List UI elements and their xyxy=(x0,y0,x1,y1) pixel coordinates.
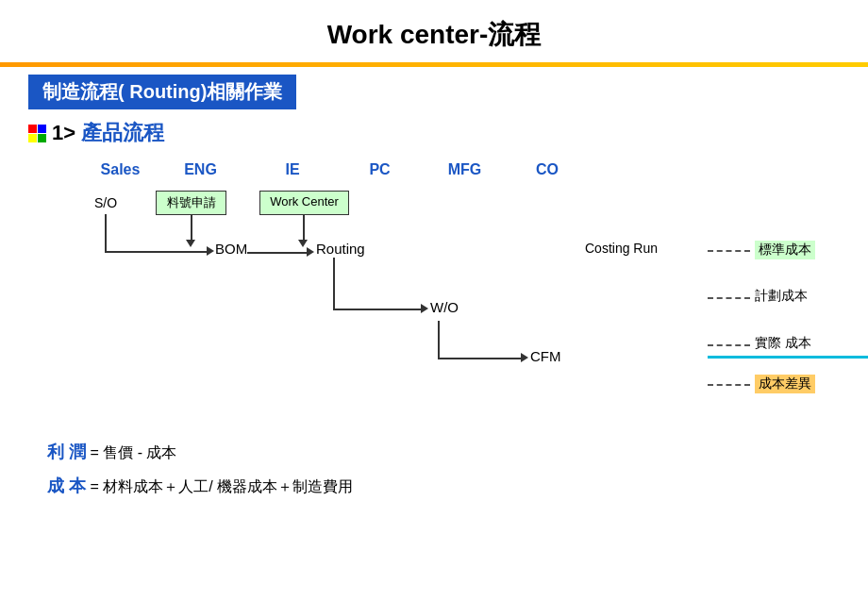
wo-to-cfm xyxy=(438,358,523,359)
sub-title-number: 1> xyxy=(52,121,75,145)
bom-to-routing-h xyxy=(247,252,309,254)
dash-standard xyxy=(708,250,750,252)
mat-down xyxy=(191,215,192,242)
formula1: 利 潤 = 售價 - 成本 xyxy=(47,441,868,463)
cost-planned-box: 計劃成本 xyxy=(755,288,808,305)
formula2-highlight: 成 本 xyxy=(47,476,86,495)
column-headers: Sales ENG IE PC MFG CO xyxy=(85,161,868,178)
routing-label: Routing xyxy=(316,241,365,257)
sub-title-text: 產品流程 xyxy=(81,119,164,147)
routing-to-wo xyxy=(333,309,423,310)
cfm-label: CFM xyxy=(530,348,561,364)
col-co: CO xyxy=(509,161,585,178)
dash-actual xyxy=(708,344,750,346)
col-ie: IE xyxy=(245,161,340,178)
col-sales: Sales xyxy=(85,161,156,178)
routing-to-wo-arrow xyxy=(421,304,428,313)
mat-down-arrow xyxy=(186,240,195,247)
routing-down xyxy=(333,258,335,309)
formula1-highlight: 利 潤 xyxy=(47,442,86,461)
cost-actual-box: 實際 成本 xyxy=(755,335,811,352)
orange-bar xyxy=(0,62,868,67)
wc-down-arrow xyxy=(298,240,308,247)
formula1-text: = 售價 - 成本 xyxy=(90,444,176,460)
formulas: 利 潤 = 售價 - 成本 成 本 = 材料成本＋人工/ 機器成本＋制造費用 xyxy=(47,441,868,497)
wo-to-cfm-arrow xyxy=(521,353,528,362)
bom-label: BOM xyxy=(215,241,247,257)
costing-run-label: Costing Run xyxy=(585,241,658,256)
so-to-bom-h xyxy=(105,251,209,253)
cost-standard-box: 標準成本 xyxy=(755,241,815,259)
col-eng: ENG xyxy=(156,161,245,178)
sub-title: 1> 產品流程 xyxy=(28,119,868,147)
wo-down xyxy=(438,321,440,359)
box-material-request: 料號申請 xyxy=(156,191,226,215)
dash-planned xyxy=(708,297,750,299)
flow-diagram: S/O 料號申請 Work Center BOM Routing W/O CFM… xyxy=(57,186,868,431)
page-title: Work center-流程 xyxy=(0,0,868,62)
col-pc: PC xyxy=(340,161,420,178)
formula2: 成 本 = 材料成本＋人工/ 機器成本＋制造費用 xyxy=(47,475,868,497)
wc-down xyxy=(303,215,305,242)
so-to-bom-arrow xyxy=(207,246,214,256)
so-label: S/O xyxy=(94,195,117,210)
cyan-underline xyxy=(708,356,868,359)
plus-icon xyxy=(28,125,46,142)
dash-diff xyxy=(708,384,750,386)
col-mfg: MFG xyxy=(420,161,509,178)
section-header: 制造流程( Routing)相關作業 xyxy=(28,75,296,109)
so-down-line xyxy=(105,214,107,252)
formula2-text: = 材料成本＋人工/ 機器成本＋制造費用 xyxy=(90,478,353,494)
box-work-center: Work Center xyxy=(259,191,349,215)
wo-label: W/O xyxy=(430,299,459,315)
bom-to-routing-arrow xyxy=(307,247,314,257)
cost-diff-box: 成本差異 xyxy=(755,375,815,393)
